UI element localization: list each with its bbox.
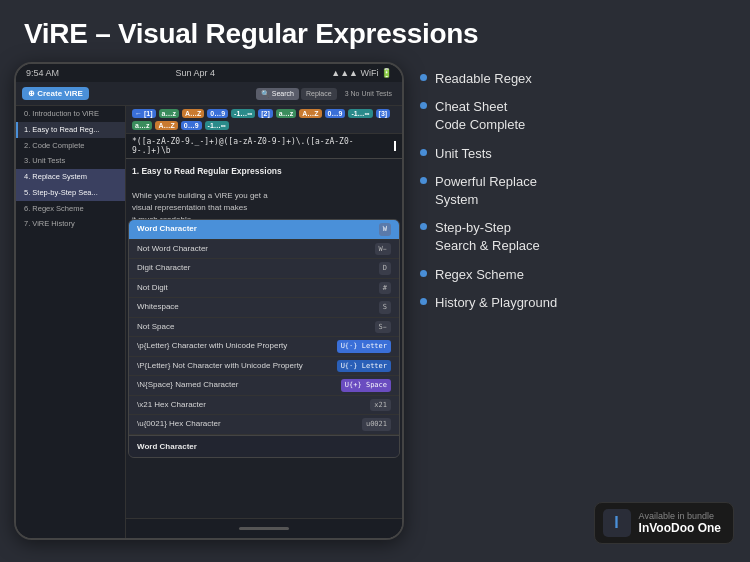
bullet-icon: [420, 298, 427, 305]
cheatsheet-dropdown: Word Character W Not Word Character W̵ D…: [128, 219, 400, 458]
dropdown-badge-not-unicode-prop: U{·} Letter: [337, 360, 391, 373]
feature-label-readable: Readable Regex: [435, 70, 532, 88]
bundle-available-text: Available in bundle: [639, 511, 721, 521]
dropdown-badge-named-char: U{+} Space: [341, 379, 391, 392]
bullet-icon: [420, 270, 427, 277]
dropdown-item-not-space[interactable]: Not Space S̵: [129, 318, 399, 338]
token-09-3: 0…9: [181, 121, 202, 130]
header: ViRE – Visual Regular Expressions: [0, 0, 750, 62]
dropdown-item-whitespace[interactable]: Whitespace S: [129, 298, 399, 318]
sidebar-item-3[interactable]: 3. Unit Tests: [16, 153, 125, 169]
dropdown-label-whitespace: Whitespace: [137, 301, 379, 313]
dropdown-label-not-digit: Not Digit: [137, 282, 379, 294]
dropdown-label-hex-u0021: \u{0021} Hex Character: [137, 418, 362, 430]
page-title: ViRE – Visual Regular Expressions: [24, 18, 726, 50]
dropdown-item-not-digit[interactable]: Not Digit #: [129, 279, 399, 299]
feature-item-readable: Readable Regex: [420, 70, 728, 88]
token-az: a…z: [159, 109, 179, 118]
feature-label-unit-tests: Unit Tests: [435, 145, 492, 163]
token-AZ3: A…Z: [155, 121, 177, 130]
sidebar-item-4[interactable]: 4. Replace System: [16, 169, 125, 185]
feature-label-history: History & Playground: [435, 294, 557, 312]
dropdown-item-digit[interactable]: Digit Character D: [129, 259, 399, 279]
regex-pattern: *([a-zA-Z0-9._-]+)@([a-zA-Z0-9-]+)\.([a-…: [132, 137, 392, 155]
dropdown-badge-word-char: W: [379, 223, 391, 236]
feature-label-search-replace: Step-by-StepSearch & Replace: [435, 219, 540, 255]
unit-tests-status: 3 No Unit Tests: [341, 90, 396, 97]
token-az2: a…z: [276, 109, 296, 118]
regex-token-bar: ← [1] a…z A…Z 0…9 -1…∞ [2] a…z A…Z 0…9 -…: [126, 106, 402, 134]
dropdown-label-digit: Digit Character: [137, 262, 379, 274]
bullet-icon: [420, 177, 427, 184]
editor-text-area[interactable]: 1. Easy to Read Regular Expressions Whil…: [126, 159, 402, 518]
sidebar-item-7[interactable]: 7. ViRE History: [16, 216, 125, 232]
search-replace-group: 🔍 Search Replace: [256, 88, 337, 100]
ipad-toolbar: ⊕ Create ViRE 🔍 Search Replace 3 No Unit…: [16, 82, 402, 106]
dropdown-label-word-char: Word Character: [137, 223, 379, 235]
dropdown-badge-digit: D: [379, 262, 391, 275]
dropdown-label-not-space: Not Space: [137, 321, 375, 333]
regex-input[interactable]: *([a-zA-Z0-9._-]+)@([a-zA-Z0-9-]+)\.([a-…: [126, 134, 402, 159]
dropdown-item-word-char[interactable]: Word Character W: [129, 220, 399, 240]
ipad-sidebar: 0. Introduction to ViRE 1. Easy to Read …: [16, 106, 126, 538]
home-indicator: [239, 527, 289, 530]
dropdown-badge-hex-u0021: u0021: [362, 418, 391, 431]
sidebar-item-2[interactable]: 2. Code Complete: [16, 138, 125, 154]
ipad-mockup: 9:54 AM Sun Apr 4 ▲▲▲ WiFi 🔋 ⊕ Create Vi…: [14, 62, 404, 540]
status-icons: ▲▲▲ WiFi 🔋: [331, 68, 392, 78]
bullet-icon: [420, 223, 427, 230]
main-content: 9:54 AM Sun Apr 4 ▲▲▲ WiFi 🔋 ⊕ Create Vi…: [0, 62, 750, 552]
ipad-editor: ← [1] a…z A…Z 0…9 -1…∞ [2] a…z A…Z 0…9 -…: [126, 106, 402, 538]
sidebar-item-6[interactable]: 6. Regex Scheme: [16, 201, 125, 217]
dropdown-label-unicode-prop: \p{Letter} Character with Unicode Proper…: [137, 340, 337, 352]
dropdown-badge-unicode-prop: U{·} Letter: [337, 340, 391, 353]
token-1inf2: -1…∞: [348, 109, 372, 118]
dropdown-label-named-char: \N{Space} Named Character: [137, 379, 341, 391]
right-panel: Readable Regex Cheat SheetCode Complete …: [420, 62, 736, 540]
feature-label-replace: Powerful ReplaceSystem: [435, 173, 537, 209]
bundle-text-area: Available in bundle InVooDoo One: [639, 511, 721, 535]
bundle-icon-letter: I: [614, 514, 618, 532]
token-3: [3]: [376, 109, 391, 118]
bundle-name: InVooDoo One: [639, 521, 721, 535]
replace-button[interactable]: Replace: [301, 88, 337, 100]
dropdown-footer-title: Word Character: [137, 441, 391, 453]
dropdown-label-not-unicode-prop: \P{Letter} Not Character with Unicode Pr…: [137, 360, 337, 372]
token-09-2: 0…9: [325, 109, 346, 118]
ipad-bottom-bar: [126, 518, 402, 538]
token-1inf: -1…∞: [231, 109, 255, 118]
dropdown-label-not-word: Not Word Character: [137, 243, 375, 255]
feature-list: Readable Regex Cheat SheetCode Complete …: [420, 70, 728, 312]
bullet-icon: [420, 149, 427, 156]
feature-label-regex-scheme: Regex Scheme: [435, 266, 524, 284]
token-az3: a…z: [132, 121, 152, 130]
dropdown-item-not-word[interactable]: Not Word Character W̵: [129, 240, 399, 260]
bullet-icon: [420, 102, 427, 109]
dropdown-item-not-unicode-prop[interactable]: \P{Letter} Not Character with Unicode Pr…: [129, 357, 399, 377]
dropdown-item-unicode-prop[interactable]: \p{Letter} Character with Unicode Proper…: [129, 337, 399, 357]
feature-item-unit-tests: Unit Tests: [420, 145, 728, 163]
search-button[interactable]: 🔍 Search: [256, 88, 299, 100]
feature-item-history: History & Playground: [420, 294, 728, 312]
ipad-body: 0. Introduction to ViRE 1. Easy to Read …: [16, 106, 402, 538]
dropdown-item-named-char[interactable]: \N{Space} Named Character U{+} Space: [129, 376, 399, 396]
token-2: [2]: [258, 109, 273, 118]
dropdown-item-hex-x21[interactable]: \x21 Hex Character x21: [129, 396, 399, 416]
sidebar-item-1[interactable]: 1. Easy to Read Reg...: [16, 122, 125, 138]
bundle-badge[interactable]: I Available in bundle InVooDoo One: [594, 502, 734, 544]
dropdown-badge-whitespace: S: [379, 301, 391, 314]
dropdown-badge-hex-x21: x21: [370, 399, 391, 412]
sidebar-item-0[interactable]: 0. Introduction to ViRE: [16, 106, 125, 122]
create-vire-button[interactable]: ⊕ Create ViRE: [22, 87, 89, 100]
dropdown-item-hex-u0021[interactable]: \u{0021} Hex Character u0021: [129, 415, 399, 435]
bullet-icon: [420, 74, 427, 81]
dropdown-badge-not-space: S̵: [375, 321, 391, 334]
dropdown-footer-description: Match a word character. Word characters …: [137, 455, 391, 459]
sidebar-item-5[interactable]: 5. Step-by-Step Sea...: [16, 185, 125, 201]
token-AZ: A…Z: [182, 109, 204, 118]
status-date: Sun Apr 4: [175, 68, 215, 78]
regex-cursor: [394, 141, 396, 151]
dropdown-badge-not-word: W̵: [375, 243, 391, 256]
token-1inf3: -1…∞: [205, 121, 229, 130]
token-09: 0…9: [207, 109, 228, 118]
